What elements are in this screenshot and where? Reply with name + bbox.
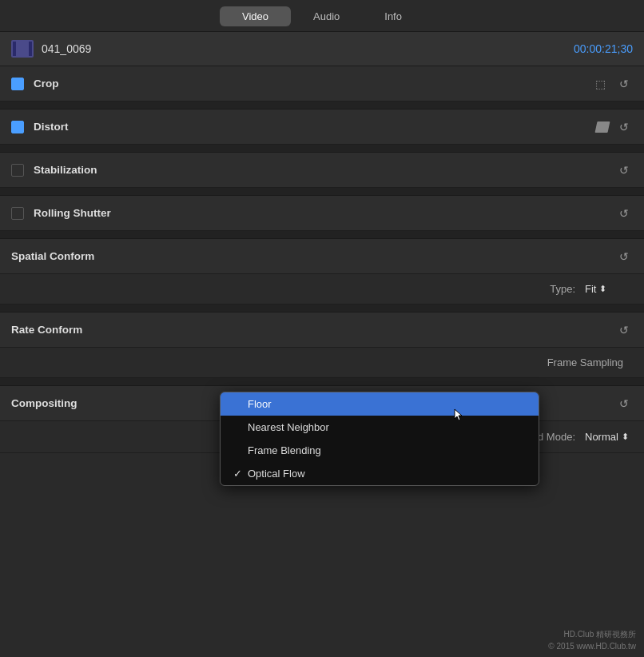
- dropdown-item-optical-flow[interactable]: ✓ Optical Flow: [221, 462, 539, 485]
- nearest-neighbor-check-icon: [233, 421, 248, 433]
- rate-conform-reset-icon[interactable]: ↺: [615, 321, 633, 339]
- frame-sampling-dropdown-menu: Floor Nearest Neighbor Frame Blending ✓ …: [220, 392, 539, 486]
- compositing-actions: ↺: [615, 395, 633, 412]
- file-left: 041_0069: [11, 40, 91, 58]
- distort-actions: ↺: [596, 118, 633, 136]
- frame-blending-label: Frame Blending: [248, 444, 321, 456]
- stabilization-actions: ↺: [615, 161, 633, 179]
- tab-info[interactable]: Info: [362, 6, 424, 26]
- file-row: 041_0069 00:00:21;30: [0, 31, 644, 66]
- spatial-conform-actions: ↺: [615, 248, 633, 265]
- spacer-1: [0, 102, 644, 110]
- crop-icon[interactable]: ⬚: [591, 75, 609, 93]
- crop-label: Crop: [34, 78, 591, 90]
- film-icon: [11, 40, 34, 58]
- frame-sampling-label: Frame Sampling: [11, 356, 633, 368]
- stabilization-reset-icon[interactable]: ↺: [615, 161, 633, 179]
- tab-audio[interactable]: Audio: [291, 6, 362, 26]
- rolling-shutter-reset-icon[interactable]: ↺: [615, 205, 633, 222]
- optical-flow-label: Optical Flow: [248, 468, 305, 480]
- dropdown-item-nearest-neighbor[interactable]: Nearest Neighbor: [221, 416, 539, 439]
- frame-blending-check-icon: [233, 444, 248, 456]
- tab-video[interactable]: Video: [220, 6, 291, 26]
- distort-label: Distort: [34, 121, 596, 133]
- section-rate-conform: Rate Conform ↺: [0, 313, 644, 348]
- blend-mode-value: Normal: [585, 431, 618, 443]
- blend-mode-dropdown[interactable]: Normal ⬍: [585, 431, 633, 443]
- type-value: Fit: [585, 283, 596, 295]
- crop-checkbox[interactable]: [11, 78, 24, 90]
- frame-sampling-row: Frame Sampling: [0, 348, 644, 378]
- optical-flow-check-icon: ✓: [233, 468, 248, 480]
- floor-check-icon: [233, 398, 248, 410]
- rolling-shutter-actions: ↺: [615, 205, 633, 222]
- section-spatial-conform: Spatial Conform ↺: [0, 239, 644, 274]
- blend-mode-chevron-icon: ⬍: [622, 432, 629, 442]
- spacer-2: [0, 145, 644, 153]
- rolling-shutter-checkbox[interactable]: [11, 207, 24, 220]
- spacer-5: [0, 305, 644, 313]
- section-crop: Crop ⬚ ↺: [0, 66, 644, 102]
- dropdown-item-floor[interactable]: Floor: [221, 392, 539, 416]
- watermark-line2: © 2015 www.HD.Club.tw: [548, 640, 636, 652]
- type-dropdown[interactable]: Fit ⬍: [585, 283, 633, 295]
- distort-reset-icon[interactable]: ↺: [615, 118, 633, 136]
- compositing-reset-icon[interactable]: ↺: [615, 395, 633, 412]
- watermark: HD.Club 精研視務所 © 2015 www.HD.Club.tw: [548, 628, 636, 652]
- stabilization-label: Stabilization: [34, 164, 615, 176]
- stabilization-checkbox[interactable]: [11, 164, 24, 177]
- floor-label: Floor: [248, 398, 272, 410]
- spacer-6: [0, 378, 644, 386]
- file-name: 041_0069: [42, 42, 91, 55]
- spatial-conform-reset-icon[interactable]: ↺: [615, 248, 633, 265]
- crop-reset-icon[interactable]: ↺: [615, 75, 633, 93]
- timecode: 00:00:21;30: [574, 42, 633, 55]
- dropdown-item-frame-blending[interactable]: Frame Blending: [221, 439, 539, 462]
- spatial-conform-label: Spatial Conform: [11, 250, 615, 262]
- watermark-line1: HD.Club 精研視務所: [548, 628, 636, 640]
- spatial-conform-type-row: Type: Fit ⬍: [0, 274, 644, 305]
- rolling-shutter-label: Rolling Shutter: [34, 207, 615, 219]
- section-distort: Distort ↺: [0, 110, 644, 145]
- type-label: Type:: [11, 283, 585, 295]
- distort-icon[interactable]: [595, 121, 610, 133]
- rate-conform-actions: ↺: [615, 321, 633, 339]
- section-stabilization: Stabilization ↺: [0, 153, 644, 188]
- nearest-neighbor-label: Nearest Neighbor: [248, 421, 329, 433]
- tab-bar: Video Audio Info: [0, 0, 644, 31]
- section-rolling-shutter: Rolling Shutter ↺: [0, 196, 644, 231]
- spacer-3: [0, 188, 644, 196]
- rate-conform-label: Rate Conform: [11, 324, 615, 336]
- spacer-4: [0, 231, 644, 239]
- type-chevron-icon: ⬍: [599, 284, 606, 294]
- crop-actions: ⬚ ↺: [591, 75, 633, 93]
- distort-checkbox[interactable]: [11, 121, 24, 133]
